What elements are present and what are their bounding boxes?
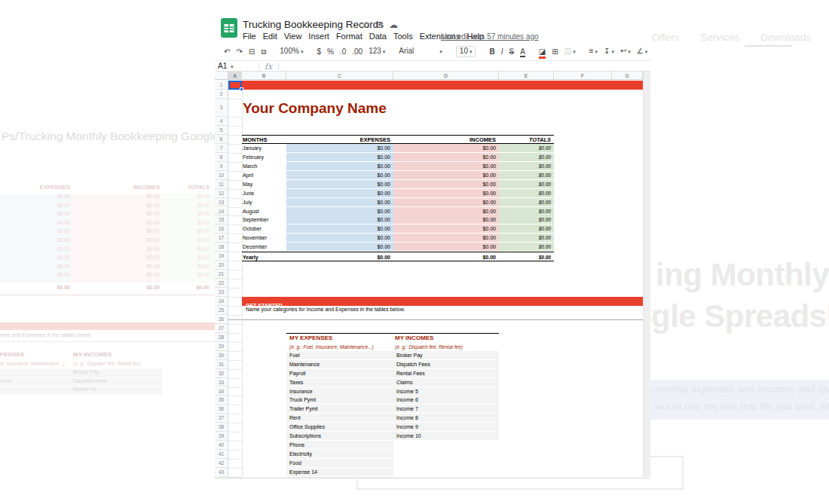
month-name-cell[interactable]: October	[243, 225, 262, 233]
month-name-cell[interactable]: March	[243, 162, 257, 170]
font-size-select[interactable]: 10▾	[456, 46, 476, 57]
expense-category-cell[interactable]: Truck Pymt	[286, 396, 393, 404]
row-header-30[interactable]: 30	[215, 351, 228, 360]
expense-category-cell[interactable]: Trailer Pymt	[286, 405, 393, 413]
menu-tools[interactable]: Tools	[393, 32, 413, 41]
month-name-cell[interactable]: September	[243, 215, 268, 224]
row-header-41[interactable]: 41	[215, 450, 228, 459]
month-name-cell[interactable]: May	[243, 180, 252, 188]
text-rotation-icon[interactable]: ∠▾	[637, 47, 647, 57]
last-edit-link[interactable]: Last edit was 57 minutes ago	[441, 32, 539, 41]
undo-icon[interactable]: ↶	[224, 47, 230, 57]
month-name-cell[interactable]: April	[243, 171, 253, 179]
percent-format-icon[interactable]: %	[327, 47, 334, 57]
row-header-23[interactable]: 23	[215, 288, 228, 297]
print-icon[interactable]: ⊟	[249, 47, 255, 57]
menu-insert[interactable]: Insert	[308, 32, 329, 41]
row-header-4[interactable]: 4	[215, 117, 228, 126]
row-header-34[interactable]: 34	[215, 387, 228, 396]
month-name-cell[interactable]: June	[243, 189, 254, 197]
income-category-cell[interactable]: Income 5	[393, 387, 499, 396]
menu-view[interactable]: View	[284, 32, 302, 41]
month-name-cell[interactable]: July	[243, 198, 252, 206]
income-category-cell[interactable]: Income 9	[393, 423, 499, 431]
name-box[interactable]: A1 ▾	[218, 62, 252, 70]
row-header-25[interactable]: 25	[215, 306, 228, 315]
expense-category-cell[interactable]: Subscriptions	[286, 432, 393, 440]
expense-category-cell[interactable]: Food	[286, 459, 393, 467]
row-header-20[interactable]: 20	[215, 261, 228, 270]
row-header-42[interactable]: 42	[215, 459, 228, 468]
row-header-38[interactable]: 38	[215, 423, 228, 432]
column-header-E[interactable]: E	[499, 72, 554, 80]
row-header-35[interactable]: 35	[215, 396, 228, 405]
row-header-31[interactable]: 31	[215, 360, 228, 369]
vertical-scrollbar[interactable]	[643, 72, 650, 477]
row-header-19[interactable]: 19	[215, 252, 228, 261]
currency-format-icon[interactable]: $	[317, 47, 321, 57]
row-header-1[interactable]: 1	[215, 81, 228, 90]
row-header-5[interactable]: 5	[215, 126, 228, 135]
row-header-26[interactable]: 26	[215, 315, 228, 324]
row-header-29[interactable]: 29	[215, 342, 228, 351]
menu-data[interactable]: Data	[369, 32, 387, 41]
income-category-cell[interactable]: Income 10	[393, 432, 499, 440]
row-header-43[interactable]: 43	[215, 468, 228, 477]
strikethrough-icon[interactable]: S	[509, 47, 515, 57]
row-header-24[interactable]: 24	[215, 297, 228, 306]
month-name-cell[interactable]: January	[243, 144, 262, 152]
income-category-cell[interactable]: Rental Fees	[393, 369, 499, 377]
more-formats-select[interactable]: 123▾	[369, 47, 385, 57]
fill-handle[interactable]	[240, 87, 243, 91]
income-category-cell[interactable]: Claims	[393, 378, 499, 386]
row-header-6[interactable]: 6	[215, 135, 228, 144]
sheets-logo-icon[interactable]	[220, 18, 238, 38]
expense-category-cell[interactable]: Fuel	[286, 351, 393, 359]
month-name-cell[interactable]: November	[243, 234, 267, 242]
merge-cells-icon[interactable]: ◫▾	[564, 47, 576, 57]
expense-category-cell[interactable]: Payroll	[286, 369, 393, 377]
expense-category-cell[interactable]: Electricity	[286, 450, 393, 458]
row-header-36[interactable]: 36	[215, 405, 228, 414]
star-icon[interactable]: ☆	[362, 20, 370, 30]
column-header-D[interactable]: D	[393, 72, 499, 80]
decrease-decimals-icon[interactable]: .0	[340, 47, 346, 57]
move-folder-icon[interactable]: ⊡	[375, 20, 383, 30]
expense-category-cell[interactable]: Rent	[286, 414, 393, 422]
borders-icon[interactable]: ⊞	[552, 47, 558, 57]
month-name-cell[interactable]: December	[243, 243, 267, 251]
row-header-33[interactable]: 33	[215, 378, 228, 387]
horizontal-align-icon[interactable]: ≡▾	[589, 47, 598, 57]
expense-category-cell[interactable]: Expense 14	[286, 468, 393, 476]
income-category-cell[interactable]: Income 6	[393, 396, 499, 404]
row-header-3[interactable]: 3	[215, 99, 228, 117]
row-header-21[interactable]: 21	[215, 270, 228, 279]
text-color-icon[interactable]: A	[520, 47, 525, 57]
row-header-44[interactable]: 44	[215, 477, 228, 478]
grid-corner[interactable]	[215, 72, 228, 80]
expense-category-cell[interactable]: Maintenance	[286, 360, 393, 368]
company-name-cell[interactable]: Your Company Name	[243, 100, 387, 117]
vertical-align-icon[interactable]: ↧▾	[604, 47, 614, 57]
menu-format[interactable]: Format	[336, 32, 362, 41]
row-header-22[interactable]: 22	[215, 279, 228, 288]
increase-decimals-icon[interactable]: .00	[352, 47, 362, 57]
income-category-cell[interactable]: Dispatch Fees	[393, 360, 499, 368]
income-category-cell[interactable]: Income 8	[393, 414, 499, 422]
row-header-39[interactable]: 39	[215, 432, 228, 441]
fill-color-icon[interactable]: ◪	[539, 47, 546, 57]
column-header-A[interactable]: A	[228, 72, 242, 80]
row-header-2[interactable]: 2	[215, 90, 228, 99]
zoom-select[interactable]: 100%▾	[280, 47, 303, 57]
bold-icon[interactable]: B	[489, 47, 494, 57]
column-header-C[interactable]: C	[286, 72, 393, 80]
expense-category-cell[interactable]: Office Supplies	[286, 423, 393, 431]
expense-category-cell[interactable]: Taxes	[286, 378, 393, 386]
column-header-G[interactable]: G	[612, 72, 643, 80]
get-started-instruction[interactable]: Name your categories for Income and Expe…	[246, 307, 405, 312]
italic-icon[interactable]: I	[501, 47, 503, 57]
menu-file[interactable]: File	[243, 32, 256, 41]
expense-category-cell[interactable]: Phone	[286, 441, 393, 449]
row-header-28[interactable]: 28	[215, 333, 228, 342]
income-category-cell[interactable]: Income 7	[393, 405, 499, 413]
